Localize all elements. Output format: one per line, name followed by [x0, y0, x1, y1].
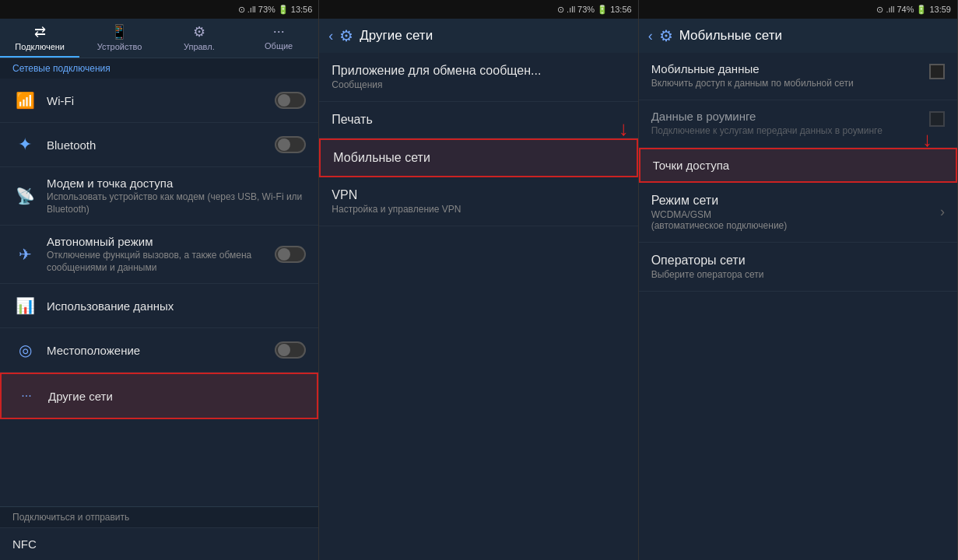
wifi-content: Wi-Fi: [47, 94, 275, 107]
p3-eye-icon: ⊙: [876, 5, 883, 15]
mobile-data-checkbox[interactable]: [929, 64, 945, 79]
airplane-content: Автономный режим Отключение функций вызо…: [47, 235, 275, 274]
location-title: Местоположение: [47, 344, 275, 357]
bluetooth-item[interactable]: ✦ Bluetooth: [0, 123, 318, 167]
modem-content: Модем и точка доступа Использовать устро…: [47, 177, 306, 215]
wifi-title: Wi-Fi: [47, 94, 275, 107]
panel-mobile-networks: ⊙ .ıll 74% 🔋 13:59 ‹ ⚙ Мобильные сети Мо…: [639, 0, 958, 560]
roaming-subtitle: Подключение к услугам передачи данных в …: [651, 124, 923, 138]
airplane-toggle-knob: [278, 248, 290, 261]
airplane-title: Автономный режим: [47, 235, 275, 248]
arrow-annotation-3: ↓: [922, 128, 932, 152]
status-bar-3: ⊙ .ıll 74% 🔋 13:59: [639, 0, 957, 19]
mobile-data-title: Мобильные данные: [651, 62, 923, 75]
modem-icon: 📡: [12, 184, 37, 208]
panel3-back-button[interactable]: ‹: [648, 28, 653, 44]
wifi-toggle[interactable]: [275, 92, 306, 109]
p3-time: 13:59: [929, 5, 951, 14]
tab-connect-label: Подключени: [15, 42, 65, 51]
panel3-list: Мобильные данные Включить доступ к данны…: [639, 53, 957, 560]
p2-time: 13:56: [610, 5, 632, 14]
status-icons-3: ⊙ .ıll 74% 🔋 13:59: [876, 5, 951, 15]
roaming-item[interactable]: Данные в роуминге Подключение к услугам …: [639, 100, 957, 148]
p3-signal: .ıll: [886, 5, 894, 14]
panel-connections: ⊙ .ıll 73% 🔋 13:56 ⇄ Подключени 📱 Устрой…: [0, 0, 319, 560]
status-icons-2: ⊙ .ıll 73% 🔋 13:56: [557, 5, 632, 15]
vpn-item[interactable]: VPN Настройка и управление VPN: [319, 177, 637, 226]
bluetooth-toggle-knob: [278, 138, 290, 151]
mobile-data-subtitle: Включить доступ к данным по мобильной се…: [651, 77, 923, 90]
other-networks-item[interactable]: ··· Другие сети ↓: [0, 373, 318, 419]
status-bar-2: ⊙ .ıll 73% 🔋 13:56: [319, 0, 637, 19]
data-usage-title: Использование данных: [47, 299, 306, 313]
messaging-subtitle: Сообщения: [332, 79, 625, 90]
status-time-1: 13:56: [291, 5, 313, 14]
wifi-toggle-knob: [278, 94, 290, 107]
location-toggle[interactable]: [275, 341, 306, 359]
nav-tabs: ⇄ Подключени 📱 Устройство ⚙ Управл. ··· …: [0, 19, 318, 58]
bottom-bar-1: Подключиться и отправить: [0, 506, 318, 527]
location-toggle-knob: [278, 344, 290, 356]
status-signal: .ıll: [247, 5, 256, 14]
settings-list-1: 📶 Wi-Fi ✦ Bluetooth 📡 Модем и точка дост…: [0, 79, 318, 506]
section-network-label: Сетевые подключения: [12, 63, 111, 74]
vpn-subtitle: Настройка и управление VPN: [332, 204, 625, 215]
roaming-content: Данные в роуминге Подключение к услугам …: [651, 110, 923, 138]
tab-device[interactable]: 📱 Устройство: [79, 19, 159, 58]
other-networks-icon: ···: [14, 383, 39, 408]
operators-subtitle: Выберите оператора сети: [651, 269, 945, 280]
other-networks-title: Другие сети: [48, 390, 304, 403]
messaging-item[interactable]: Приложение для обмена сообщен... Сообщен…: [319, 53, 637, 102]
arrow-annotation-2: ↓: [619, 117, 629, 141]
nfc-item[interactable]: NFC: [0, 527, 318, 560]
p2-battery-icon: 🔋: [597, 5, 608, 15]
wifi-icon: 📶: [12, 88, 37, 113]
panel2-header: ‹ ⚙ Другие сети: [319, 19, 637, 53]
access-points-item[interactable]: Точки доступа ↓: [639, 148, 957, 183]
data-usage-icon: 📊: [12, 293, 37, 318]
panel2-title: Другие сети: [360, 28, 433, 44]
access-points-title: Точки доступа: [653, 159, 943, 172]
bottom-bar-label: Подключиться и отправить: [12, 512, 129, 523]
roaming-checkbox[interactable]: [929, 111, 945, 127]
network-mode-content: Режим сети WCDMA/GSM(автоматическое подк…: [651, 194, 934, 231]
location-icon: ◎: [12, 338, 37, 362]
airplane-item[interactable]: ✈ Автономный режим Отключение функций вы…: [0, 226, 318, 284]
print-item[interactable]: Печать: [319, 102, 637, 138]
bluetooth-title: Bluetooth: [47, 138, 275, 152]
tab-general-icon: ···: [273, 23, 285, 40]
network-mode-chevron: ›: [940, 204, 945, 220]
bluetooth-toggle[interactable]: [275, 136, 306, 153]
mobile-data-item[interactable]: Мобильные данные Включить доступ к данны…: [639, 53, 957, 100]
bluetooth-icon: ✦: [12, 132, 37, 157]
panel2-back-button[interactable]: ‹: [328, 28, 333, 44]
location-item[interactable]: ◎ Местоположение: [0, 328, 318, 373]
data-usage-item[interactable]: 📊 Использование данных: [0, 284, 318, 328]
modem-item[interactable]: 📡 Модем и точка доступа Использовать уст…: [0, 167, 318, 226]
airplane-icon: ✈: [12, 242, 37, 267]
tab-manage[interactable]: ⚙ Управл.: [160, 19, 239, 58]
panel3-title: Мобильные сети: [679, 28, 782, 44]
status-battery-icon: 🔋: [278, 5, 289, 15]
mobile-networks-item[interactable]: Мобильные сети ↓: [319, 138, 637, 177]
wifi-item[interactable]: 📶 Wi-Fi: [0, 79, 318, 123]
messaging-title: Приложение для обмена сообщен...: [332, 64, 625, 78]
tab-general[interactable]: ··· Общие: [239, 19, 318, 58]
operators-item[interactable]: Операторы сети Выберите оператора сети: [639, 243, 957, 292]
p3-battery-pct: 74%: [897, 5, 914, 14]
airplane-toggle[interactable]: [275, 246, 306, 263]
nfc-title: NFC: [12, 537, 37, 551]
panel3-header: ‹ ⚙ Мобильные сети: [639, 19, 957, 53]
tab-device-label: Устройство: [97, 42, 142, 51]
modem-subtitle: Использовать устройство как модем (через…: [47, 191, 306, 215]
bluetooth-content: Bluetooth: [47, 138, 275, 152]
mobile-data-content: Мобильные данные Включить доступ к данны…: [651, 62, 923, 90]
panel3-gear-icon: ⚙: [659, 26, 673, 45]
tab-general-label: Общие: [265, 41, 293, 51]
tab-connections[interactable]: ⇄ Подключени: [0, 19, 79, 58]
status-icons-1: ⊙ .ıll 73% 🔋 13:56: [238, 5, 313, 15]
network-mode-title: Режим сети: [651, 194, 934, 208]
network-mode-item[interactable]: Режим сети WCDMA/GSM(автоматическое подк…: [639, 183, 957, 243]
status-icon-eye: ⊙: [238, 5, 245, 15]
status-bar-1: ⊙ .ıll 73% 🔋 13:56: [0, 0, 318, 19]
